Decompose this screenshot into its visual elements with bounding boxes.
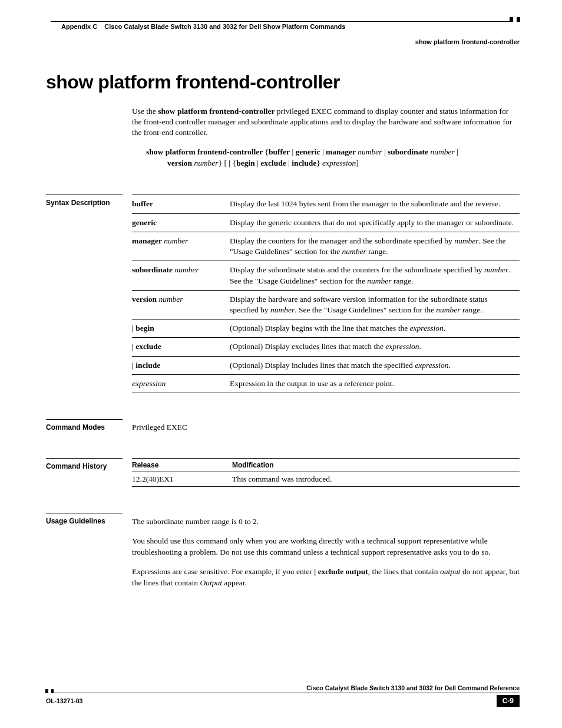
table-row: manager number Display the counters for … xyxy=(132,232,520,261)
table-row: version number Display the hardware and … xyxy=(132,290,520,319)
intro-text: Use the xyxy=(132,107,158,116)
table-row: | exclude (Optional) Display excludes li… xyxy=(132,338,520,356)
col-release: Release xyxy=(132,459,232,472)
header-rule: Appendix C Cisco Catalyst Blade Switch 3… xyxy=(51,21,520,30)
command-history-section: Command History Release Modification 12.… xyxy=(132,458,520,487)
appendix-label: Appendix C xyxy=(61,23,97,30)
col-modification: Modification xyxy=(232,459,520,472)
running-head: show platform frontend-controller xyxy=(46,38,520,45)
syntax-description-section: Syntax Description buffer Display the la… xyxy=(132,195,520,393)
syntax-line: show platform frontend-controller {buffe… xyxy=(146,147,520,169)
usage-p2: You should use this command only when yo… xyxy=(132,536,520,558)
table-row: | include (Optional) Display includes li… xyxy=(132,356,520,374)
intro-paragraph: Use the show platform frontend-controlle… xyxy=(132,106,520,139)
usage-guidelines-section: Usage Guidelines The subordinate number … xyxy=(132,513,520,588)
table-row: 12.2(40)EX1 This command was introduced. xyxy=(132,472,520,487)
intro-cmd: show platform frontend-controller xyxy=(158,107,275,116)
footer-docid: OL-13271-03 xyxy=(46,697,82,704)
command-modes-text: Privileged EXEC xyxy=(132,419,520,432)
syntax-cmd: show platform frontend-controller xyxy=(146,147,263,156)
history-table: Release Modification 12.2(40)EX1 This co… xyxy=(132,458,520,487)
page-title: show platform frontend-controller xyxy=(46,71,520,93)
usage-p1: The subordinate number range is 0 to 2. xyxy=(132,513,520,528)
table-row: | begin (Optional) Display begins with t… xyxy=(132,319,520,338)
section-label: Syntax Description xyxy=(46,195,123,207)
section-label: Command History xyxy=(46,458,123,470)
footer-book-title: Cisco Catalyst Blade Switch 3130 and 303… xyxy=(46,684,520,691)
chapter-title: Cisco Catalyst Blade Switch 3130 and 303… xyxy=(104,23,345,30)
table-row: expression Expression in the output to u… xyxy=(132,374,520,393)
table-row: generic Display the generic counters tha… xyxy=(132,213,520,232)
release-cell: 12.2(40)EX1 xyxy=(132,472,232,487)
body: Use the show platform frontend-controlle… xyxy=(132,106,520,589)
header-marker-icon xyxy=(510,17,520,22)
section-label: Usage Guidelines xyxy=(46,513,123,525)
table-header-row: Release Modification xyxy=(132,459,520,472)
usage-p3: Expressions are case sensitive. For exam… xyxy=(132,566,520,589)
footer-rule xyxy=(46,693,520,693)
page: Appendix C Cisco Catalyst Blade Switch 3… xyxy=(0,0,562,728)
header-text: Appendix C Cisco Catalyst Blade Switch 3… xyxy=(61,22,520,30)
table-row: subordinate number Display the subordina… xyxy=(132,261,520,290)
modification-cell: This command was introduced. xyxy=(232,472,520,487)
syntax-table: buffer Display the last 1024 bytes sent … xyxy=(132,195,520,393)
command-modes-section: Command Modes Privileged EXEC xyxy=(132,419,520,432)
section-label: Command Modes xyxy=(46,419,123,431)
table-row: buffer Display the last 1024 bytes sent … xyxy=(132,195,520,213)
footer: Cisco Catalyst Blade Switch 3130 and 303… xyxy=(46,684,520,707)
footer-page-number: C-9 xyxy=(497,695,520,707)
